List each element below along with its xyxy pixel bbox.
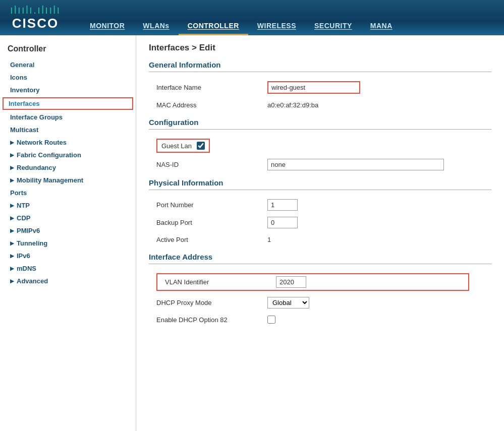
sidebar-item-interfaces[interactable]: Interfaces	[3, 97, 133, 110]
sidebar-item-mdns[interactable]: ▶ mDNS	[0, 262, 136, 275]
sidebar-item-cdp[interactable]: ▶ CDP	[0, 212, 136, 224]
sidebar-item-multicast[interactable]: Multicast	[0, 124, 136, 136]
dhcp-option82-label: Enable DHCP Option 82	[156, 316, 267, 324]
nav-items: MONITOR WLANs CONTROLLER WIRELESS SECURI…	[81, 0, 402, 35]
nas-id-input[interactable]	[267, 159, 444, 170]
arrow-icon: ▶	[10, 253, 14, 259]
nav-monitor[interactable]: MONITOR	[81, 18, 134, 35]
sidebar-item-interface-groups[interactable]: Interface Groups	[0, 111, 136, 124]
sidebar-item-advanced[interactable]: ▶ Advanced	[0, 275, 136, 287]
section-general-info: General Information	[149, 60, 491, 72]
sidebar-item-network-routes[interactable]: ▶ Network Routes	[0, 136, 136, 149]
interface-name-row: Interface Name	[149, 78, 491, 97]
nav-controller[interactable]: CONTROLLER	[179, 18, 248, 35]
guest-lan-label: Guest Lan	[161, 142, 192, 150]
nav-wireless[interactable]: WIRELESS	[248, 18, 305, 35]
sidebar-item-mobility-mgmt[interactable]: ▶ Mobility Management	[0, 174, 136, 187]
active-port-row: Active Port 1	[149, 231, 491, 248]
nas-id-row: NAS-ID	[149, 156, 491, 173]
sidebar-item-redundancy[interactable]: ▶ Redundancy	[0, 161, 136, 174]
backup-port-input[interactable]	[267, 217, 298, 228]
nav-manage[interactable]: MANA	[361, 18, 402, 35]
dhcp-option82-checkbox[interactable]	[267, 316, 275, 324]
section-configuration: Configuration	[149, 118, 491, 130]
sidebar-item-tunneling[interactable]: ▶ Tunneling	[0, 237, 136, 250]
logo: ılıılı.ılıılı CISCO	[5, 5, 66, 31]
top-nav: ılıılı.ılıılı CISCO MONITOR WLANs CONTRO…	[0, 0, 504, 35]
active-port-value: 1	[267, 236, 271, 243]
sidebar-item-fabric-config[interactable]: ▶ Fabric Configuration	[0, 149, 136, 161]
backup-port-label: Backup Port	[156, 219, 267, 226]
mac-address-row: MAC Address a0:e0:af:32:d9:ba	[149, 97, 491, 113]
nav-security[interactable]: SECURITY	[305, 18, 361, 35]
nav-wlans[interactable]: WLANs	[134, 18, 178, 35]
dhcp-proxy-label: DHCP Proxy Mode	[156, 299, 267, 306]
dhcp-proxy-select[interactable]: Global Enabled Disabled	[267, 297, 309, 309]
sidebar-item-general[interactable]: General	[0, 58, 136, 71]
port-number-row: Port Number	[149, 196, 491, 214]
sidebar-item-ipv6[interactable]: ▶ IPv6	[0, 250, 136, 262]
guest-lan-row: Guest Lan	[149, 136, 491, 156]
arrow-icon: ▶	[10, 165, 14, 170]
guest-lan-checkbox[interactable]	[197, 142, 205, 150]
nas-id-label: NAS-ID	[156, 161, 267, 168]
section-interface-address: Interface Address	[149, 253, 491, 264]
port-number-label: Port Number	[156, 201, 267, 209]
interface-name-input[interactable]	[267, 81, 360, 94]
dhcp-proxy-row: DHCP Proxy Mode Global Enabled Disabled	[149, 294, 491, 312]
mac-address-value: a0:e0:af:32:d9:ba	[267, 101, 318, 109]
vlan-id-label: VLAN Identifier	[165, 278, 276, 286]
sidebar: Controller General Icons Inventory Inter…	[0, 35, 136, 431]
guest-lan-highlight: Guest Lan	[156, 139, 210, 153]
arrow-icon: ▶	[10, 140, 14, 145]
active-port-label: Active Port	[156, 236, 267, 243]
dhcp-option82-row: Enable DHCP Option 82	[149, 312, 491, 328]
interface-name-label: Interface Name	[156, 84, 267, 91]
mac-address-label: MAC Address	[156, 101, 267, 109]
arrow-icon: ▶	[10, 228, 14, 233]
arrow-icon: ▶	[10, 177, 14, 183]
backup-port-row: Backup Port	[149, 214, 491, 231]
port-number-input[interactable]	[267, 199, 298, 211]
arrow-icon: ▶	[10, 152, 14, 158]
content-area: Interfaces > Edit General Information In…	[136, 35, 504, 431]
page-title: Interfaces > Edit	[149, 43, 491, 53]
main-layout: Controller General Icons Inventory Inter…	[0, 35, 504, 431]
cisco-logo-dots: ılıılı.ılıılı	[10, 5, 61, 16]
arrow-icon: ▶	[10, 266, 14, 271]
arrow-icon: ▶	[10, 240, 14, 246]
sidebar-item-ports[interactable]: Ports	[0, 187, 136, 199]
arrow-icon: ▶	[10, 203, 14, 208]
sidebar-item-inventory[interactable]: Inventory	[0, 84, 136, 96]
cisco-logo-text: CISCO	[12, 16, 59, 31]
vlan-highlight: VLAN Identifier	[156, 273, 469, 291]
vlan-id-input[interactable]	[276, 276, 306, 288]
arrow-icon: ▶	[10, 278, 14, 284]
sidebar-item-icons[interactable]: Icons	[0, 71, 136, 84]
arrow-icon: ▶	[10, 215, 14, 221]
sidebar-title: Controller	[0, 40, 136, 58]
section-physical-info: Physical Information	[149, 178, 491, 190]
vlan-id-row: VLAN Identifier	[149, 270, 491, 294]
sidebar-item-ntp[interactable]: ▶ NTP	[0, 199, 136, 212]
sidebar-item-pmipv6[interactable]: ▶ PMIPv6	[0, 224, 136, 237]
